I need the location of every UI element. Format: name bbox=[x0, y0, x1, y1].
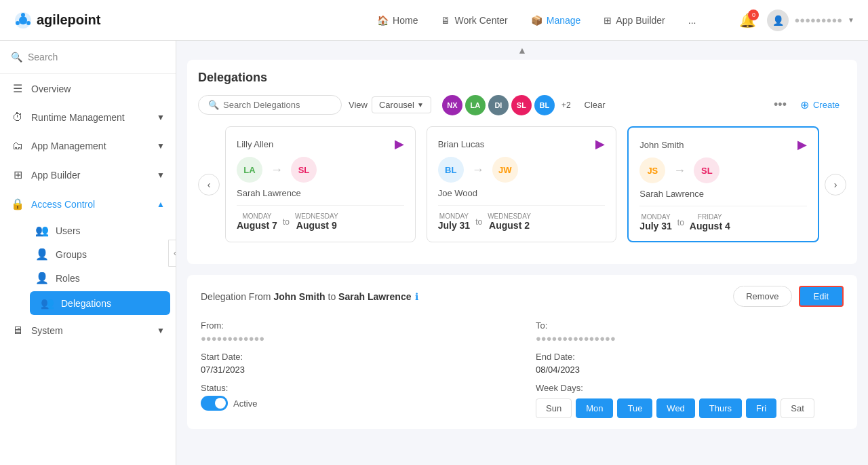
chevron-up-bar[interactable]: ▲ bbox=[176, 41, 868, 60]
weekdays-label: Week Days: bbox=[536, 383, 844, 393]
card-dates: MONDAY July 31 to WEDNESDAY August 2 bbox=[438, 212, 606, 231]
delegations-panel: Delegations 🔍 View Carousel ▼ NX LA bbox=[187, 60, 857, 264]
delegation-to-label: to bbox=[328, 291, 339, 302]
arrow-right-icon: → bbox=[673, 164, 686, 178]
play-icon: ▶ bbox=[395, 136, 404, 151]
play-icon: ▶ bbox=[595, 136, 605, 151]
sidebar-item-system[interactable]: 🖥 System ▼ bbox=[0, 316, 176, 345]
lock-icon: 🔒 bbox=[11, 198, 24, 210]
sidebar-item-groups[interactable]: 👤 Groups bbox=[24, 242, 176, 266]
sidebar-item-label: App Builder bbox=[31, 170, 80, 181]
from-value: ●●●●●●●●●●●● bbox=[201, 333, 509, 343]
info-icon[interactable]: ℹ bbox=[415, 291, 418, 302]
carousel-card-brian[interactable]: Brian Lucas ▶ BL → JW Joe Wood MONDA bbox=[427, 126, 617, 242]
sidebar-item-runtime[interactable]: ⏱ Runtime Management ▼ bbox=[0, 103, 176, 132]
clear-button[interactable]: Clear bbox=[585, 100, 606, 110]
create-button[interactable]: ⊕ Create bbox=[793, 94, 846, 115]
status-label: Status: bbox=[201, 383, 509, 393]
carousel-items: Lilly Allen ▶ LA → SL Sarah Lawrence bbox=[225, 126, 819, 242]
search-delegations-input[interactable] bbox=[223, 100, 332, 110]
remove-button[interactable]: Remove bbox=[733, 286, 791, 307]
appmanagement-icon: 🗂 bbox=[11, 140, 24, 152]
sidebar-item-label: Delegations bbox=[61, 298, 111, 309]
card-dates: MONDAY August 7 to WEDNESDAY August 9 bbox=[237, 212, 404, 231]
date-from: MONDAY August 7 bbox=[237, 212, 277, 231]
more-options-button[interactable]: ••• bbox=[774, 98, 787, 112]
nav-home[interactable]: 🏠 Home bbox=[368, 10, 427, 31]
search-box[interactable]: 🔍 bbox=[198, 95, 342, 115]
create-label: Create bbox=[813, 100, 840, 110]
logo-icon bbox=[14, 11, 33, 30]
sidebar-item-users[interactable]: 👥 Users bbox=[24, 219, 176, 242]
sidebar-collapse-button[interactable]: ‹ bbox=[168, 240, 176, 267]
carousel-card-lilly[interactable]: Lilly Allen ▶ LA → SL Sarah Lawrence bbox=[225, 126, 416, 242]
grid-icon: ⊞ bbox=[604, 15, 612, 26]
chevron-right-icon: ▼ bbox=[157, 326, 165, 335]
sidebar-item-accesscontrol[interactable]: 🔒 Access Control ▲ bbox=[0, 189, 176, 219]
nav-manage[interactable]: 📦 Manage bbox=[521, 10, 591, 31]
date-to: WEDNESDAY August 9 bbox=[295, 212, 338, 231]
date-to-label: to bbox=[283, 217, 290, 227]
delegations-toolbar: 🔍 View Carousel ▼ NX LA DI SL BL + bbox=[198, 94, 846, 115]
day-sun[interactable]: Sun bbox=[536, 398, 572, 418]
from-avatar: JS bbox=[639, 157, 665, 183]
search-icon: 🔍 bbox=[11, 52, 22, 62]
runtime-icon: ⏱ bbox=[11, 111, 24, 124]
users-icon: 👥 bbox=[35, 224, 49, 237]
logo-text: agilepoint bbox=[37, 12, 100, 28]
logo[interactable]: agilepoint bbox=[14, 11, 100, 30]
sidebar-item-roles[interactable]: 👤 Roles bbox=[24, 266, 176, 290]
filter-chip-nx[interactable]: NX bbox=[442, 95, 462, 115]
status-text: Active bbox=[233, 398, 257, 409]
toggle-switch[interactable] bbox=[201, 396, 228, 411]
detail-panel: Delegation From John Smith to Sarah Lawr… bbox=[187, 275, 857, 429]
filter-more[interactable]: +2 bbox=[557, 98, 575, 113]
user-menu[interactable]: 👤 ●●●●●●●●● ▼ bbox=[767, 10, 854, 31]
plus-icon: ⊕ bbox=[800, 98, 809, 111]
nav-workcenter[interactable]: 🖥 Work Center bbox=[431, 10, 517, 31]
sidebar-item-appmanagement[interactable]: 🗂 App Management ▼ bbox=[0, 132, 176, 160]
sidebar-item-appbuilder[interactable]: ⊞ App Builder ▼ bbox=[0, 160, 176, 189]
sidebar-item-label: Access Control bbox=[31, 199, 95, 210]
from-label: From: bbox=[201, 320, 509, 331]
toggle-knob bbox=[215, 398, 226, 409]
delegations-icon: 👥 bbox=[41, 297, 54, 310]
view-dropdown[interactable]: Carousel ▼ bbox=[372, 96, 431, 113]
nav-more[interactable]: ... bbox=[679, 10, 706, 31]
view-selector: View Carousel ▼ bbox=[349, 96, 431, 113]
filter-chip-sl[interactable]: SL bbox=[511, 95, 532, 115]
card-header: Lilly Allen ▶ bbox=[237, 136, 404, 151]
carousel-card-john[interactable]: John Smith ▶ JS → SL Sarah Lawrence bbox=[627, 126, 819, 242]
chevron-down-icon: ▼ bbox=[848, 16, 854, 24]
edit-button[interactable]: Edit bbox=[799, 286, 844, 307]
system-icon: 🖥 bbox=[11, 324, 24, 337]
day-sat[interactable]: Sat bbox=[781, 398, 814, 418]
avatar-filters: NX LA DI SL BL +2 bbox=[442, 95, 575, 115]
filter-chip-la[interactable]: LA bbox=[465, 95, 486, 115]
filter-chip-bl[interactable]: BL bbox=[534, 95, 555, 115]
search-icon: 🔍 bbox=[208, 100, 219, 110]
chevron-right-icon: ▼ bbox=[157, 113, 165, 122]
card-header: Brian Lucas ▶ bbox=[438, 136, 606, 151]
sidebar-item-label: Roles bbox=[56, 273, 80, 284]
carousel-next-button[interactable]: › bbox=[825, 174, 846, 196]
sidebar-item-overview[interactable]: ☰ Overview bbox=[0, 74, 176, 103]
sidebar-search[interactable]: 🔍 Search bbox=[0, 41, 176, 74]
nav-right: 🔔 0 👤 ●●●●●●●●● ▼ bbox=[739, 10, 854, 31]
card-to-name: Sarah Lawrence bbox=[639, 189, 807, 199]
detail-actions: Remove Edit bbox=[733, 286, 844, 307]
notifications-button[interactable]: 🔔 0 bbox=[739, 12, 756, 29]
day-fri[interactable]: Fri bbox=[746, 398, 776, 418]
top-navigation: agilepoint 🏠 Home 🖥 Work Center 📦 Manage… bbox=[0, 0, 868, 41]
to-avatar: SL bbox=[291, 157, 317, 183]
to-value: ●●●●●●●●●●●●●●● bbox=[536, 333, 844, 343]
day-thurs[interactable]: Thurs bbox=[699, 398, 742, 418]
nav-appbuilder[interactable]: ⊞ App Builder bbox=[594, 10, 674, 31]
day-wed[interactable]: Wed bbox=[656, 398, 695, 418]
day-mon[interactable]: Mon bbox=[576, 398, 613, 418]
filter-chip-di[interactable]: DI bbox=[488, 95, 509, 115]
end-date-label: End Date: bbox=[536, 352, 844, 362]
carousel-prev-button[interactable]: ‹ bbox=[198, 174, 220, 196]
sidebar-item-delegations[interactable]: 👥 Delegations bbox=[30, 291, 170, 315]
day-tue[interactable]: Tue bbox=[617, 398, 652, 418]
